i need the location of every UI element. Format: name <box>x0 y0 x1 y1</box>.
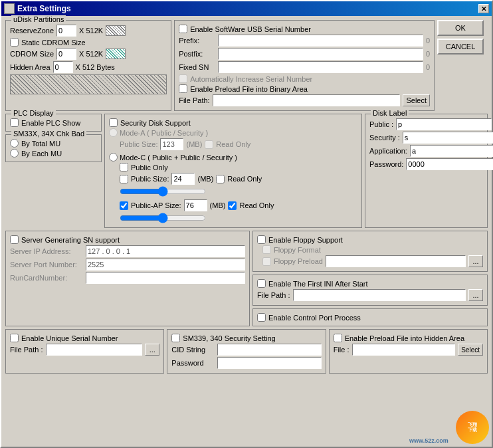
fixed-sn-label: Fixed SN <box>179 63 215 71</box>
floppy-browse-button[interactable]: ... <box>468 255 483 267</box>
plc-group: PLC Display Enable PLC Show <box>5 114 102 132</box>
run-card-input[interactable] <box>86 272 245 284</box>
cid-label: CID String <box>171 346 215 354</box>
mode-a-public-label: Public Size: <box>120 140 157 148</box>
mode-a-public-input[interactable] <box>160 138 183 150</box>
control-port-title: Enable Control Port Process <box>268 314 361 322</box>
disk-password-label: Password: <box>369 160 403 168</box>
file-path-label: File Path: <box>179 96 209 104</box>
mode-c-public-input[interactable] <box>171 173 195 185</box>
file-path-input[interactable] <box>213 94 401 106</box>
sm339-password-label: Password <box>171 359 215 367</box>
mode-c-ap-checkbox[interactable] <box>120 201 128 210</box>
unique-serial-path-input[interactable] <box>46 344 143 356</box>
mode-c-public-checkbox[interactable] <box>120 175 128 183</box>
preload-hidden-select-button[interactable]: Select <box>458 344 483 356</box>
sm339-password-input[interactable] <box>217 357 321 369</box>
floppy-preload-input[interactable] <box>326 255 466 267</box>
title-icon <box>4 3 15 14</box>
watermark-url: www.52z.com <box>409 437 448 444</box>
mode-a-readonly-checkbox[interactable] <box>205 140 213 149</box>
preload-hidden-group: Enable Preload File into Hidden Area Fil… <box>329 329 488 374</box>
floppy-format-label: Floppy Format <box>274 246 321 254</box>
disk-label-group: Disk Label Public : Security : Applicati… <box>365 114 488 228</box>
mode-a-readonly-label: Read Only <box>216 140 250 148</box>
cid-input[interactable] <box>217 344 321 356</box>
server-ip-input[interactable] <box>86 245 245 257</box>
plc-enable-label: Enable PLC Show <box>21 119 80 127</box>
disk-security-input[interactable] <box>403 132 493 144</box>
mode-c-label: Mode-C ( Public + Public / Security ) <box>120 154 237 162</box>
mode-c-radio[interactable] <box>109 153 118 162</box>
preload-hidden-file-input[interactable] <box>352 344 456 356</box>
title-bar: Extra Settings ✕ <box>1 1 492 16</box>
mode-a-unit: (MB) <box>186 140 202 148</box>
preload-label: Enable Preload File into Binary Area <box>190 85 308 93</box>
mode-a-radio[interactable] <box>109 128 118 137</box>
disk-password-input[interactable] <box>406 158 493 170</box>
mode-c-public-only-checkbox[interactable] <box>120 163 128 171</box>
unique-serial-checkbox[interactable] <box>10 334 19 342</box>
mode-c-ap-input[interactable] <box>184 199 207 211</box>
prefix-input[interactable] <box>218 35 423 47</box>
mode-c-readonly-label: Read Only <box>227 175 262 183</box>
serial-enable-checkbox[interactable] <box>179 25 187 33</box>
preload-hidden-checkbox[interactable] <box>334 334 342 342</box>
floppy-format-checkbox[interactable] <box>262 245 271 254</box>
control-port-checkbox[interactable] <box>257 313 266 322</box>
preload-binary-checkbox[interactable] <box>179 84 187 93</box>
serial-title: Enable SoftWare USB Serial Number <box>190 25 311 33</box>
security-title: Security Disk Support <box>120 119 191 127</box>
preload-hidden-file-label: File : <box>334 346 349 354</box>
by-total-label: By Total MU <box>21 140 60 148</box>
reserve-hatch <box>106 25 126 36</box>
serial-group: Enable SoftWare USB Serial Number Prefix… <box>174 20 435 111</box>
by-each-radio[interactable] <box>10 149 19 158</box>
mode-c-ap-readonly-checkbox[interactable] <box>228 201 237 210</box>
hidden-area-label: Hidden Area <box>10 63 50 71</box>
disk-application-input[interactable] <box>410 145 493 157</box>
plc-enable-checkbox[interactable] <box>10 118 19 127</box>
title-text: Extra Settings <box>17 4 71 13</box>
static-cdrom-checkbox[interactable] <box>10 38 19 47</box>
sm339-checkbox[interactable] <box>171 334 180 342</box>
floppy-preload-checkbox[interactable] <box>262 257 271 266</box>
close-button[interactable]: ✕ <box>478 4 489 13</box>
auto-increase-checkbox[interactable] <box>179 74 187 83</box>
floppy-title: Enable Floppy Support <box>268 236 343 244</box>
ok-button[interactable]: OK <box>437 20 484 36</box>
hidden-area-input[interactable] <box>53 61 73 73</box>
floppy-group: Enable Floppy Support Floppy Format Flop… <box>252 231 488 272</box>
by-total-radio[interactable] <box>10 139 19 148</box>
server-checkbox[interactable] <box>10 235 19 244</box>
fixed-sn-input[interactable] <box>218 61 423 73</box>
mode-c-readonly-checkbox[interactable] <box>216 175 225 183</box>
hidden-area-visual <box>10 74 167 94</box>
watermark-area: 飞翔下载 www.52z.com <box>409 411 489 444</box>
first-ini-group: Enable The First INI After Start File Pa… <box>252 275 488 306</box>
first-ini-path-input[interactable] <box>293 289 466 301</box>
first-ini-checkbox[interactable] <box>257 279 266 288</box>
udisk-group: uDisk Partitions ReserveZone X 512K Stat… <box>5 20 171 111</box>
unique-serial-browse-button[interactable]: ... <box>145 344 159 356</box>
select-button[interactable]: Select <box>403 94 430 106</box>
postfix-input[interactable] <box>218 48 423 60</box>
first-ini-browse-button[interactable]: ... <box>468 289 483 301</box>
server-port-input[interactable] <box>86 259 245 271</box>
cdrom-size-input[interactable] <box>56 48 76 60</box>
postfix-label: Postfix: <box>179 50 215 58</box>
watermark-logo: 飞翔下载 <box>456 411 489 444</box>
mode-c-public-label: Public Size: <box>131 175 169 183</box>
floppy-checkbox[interactable] <box>257 235 266 244</box>
cancel-button[interactable]: CANCEL <box>437 39 484 55</box>
mode-c-ap-slider[interactable] <box>120 213 206 223</box>
main-window: Extra Settings ✕ uDisk Partitions Reserv… <box>0 0 493 448</box>
by-each-label: By Each MU <box>21 150 62 158</box>
sm33x-title: SM33X, 34X Chk Bad <box>11 130 86 138</box>
cdrom-hatch <box>106 49 126 59</box>
disk-public-input[interactable] <box>396 118 492 130</box>
server-title: Server Generating SN support <box>21 236 120 244</box>
security-enable-checkbox[interactable] <box>109 118 118 127</box>
mode-c-slider[interactable] <box>120 186 206 197</box>
reserve-zone-input[interactable] <box>56 25 76 37</box>
